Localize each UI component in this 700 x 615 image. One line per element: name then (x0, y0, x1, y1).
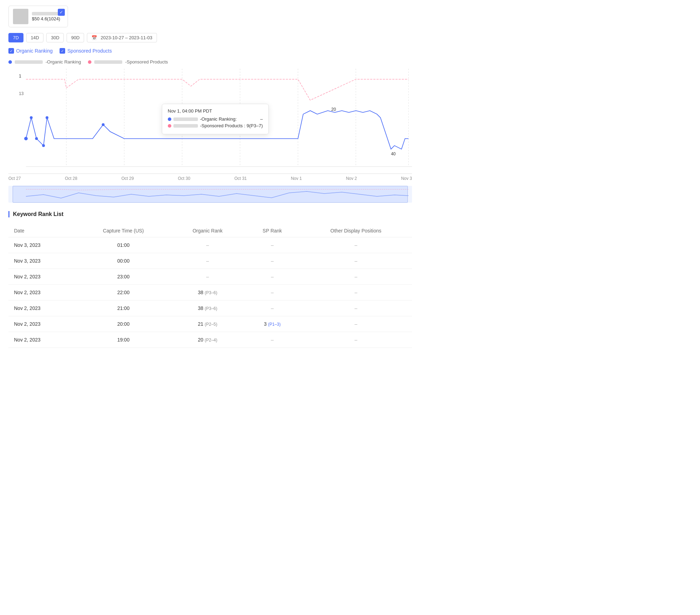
organic-label: Organic Ranking (16, 48, 53, 54)
sponsored-chart-label: -Sponsored Products (125, 59, 168, 65)
period-14d-button[interactable]: 14D (26, 33, 44, 42)
cell-sp: – (245, 285, 300, 300)
cell-date: Nov 2, 2023 (8, 269, 76, 285)
cell-other: – (300, 300, 412, 316)
svg-text:1: 1 (19, 74, 21, 79)
organic-ranking-filter[interactable]: ✓ Organic Ranking (8, 48, 53, 54)
x-axis: Oct 27 Oct 28 Oct 29 Oct 30 Oct 31 Nov 1… (8, 174, 412, 183)
cell-date: Nov 2, 2023 (8, 300, 76, 316)
product-selected-check: ✓ (58, 9, 65, 16)
organic-dot (8, 60, 12, 64)
svg-point-15 (46, 116, 48, 119)
table-row: Nov 2, 2023 21:00 38(P3–6) – – (8, 300, 412, 316)
cell-organic: – (170, 237, 245, 253)
sponsored-dot (88, 60, 91, 64)
col-other-display: Other Display Positions (300, 224, 412, 237)
cell-time: 22:00 (76, 285, 170, 300)
date-range-picker[interactable]: 📅 2023-10-27 – 2023-11-03 (87, 33, 157, 42)
tooltip-sponsored-label: -Sponsored Products : 9(P3–7) (200, 123, 263, 128)
svg-point-13 (35, 137, 38, 140)
cell-date: Nov 2, 2023 (8, 332, 76, 348)
period-7d-button[interactable]: 7D (8, 33, 23, 42)
table-row: Nov 3, 2023 01:00 – – – (8, 237, 412, 253)
cell-organic: 38(P3–6) (170, 285, 245, 300)
svg-text:13: 13 (19, 91, 24, 96)
x-label-5: Nov 1 (291, 176, 302, 181)
product-card[interactable]: $50 4.6(1024) ✓ (8, 6, 68, 27)
mini-chart[interactable] (8, 186, 412, 203)
tooltip-sponsored-name (173, 124, 198, 128)
table-row: Nov 2, 2023 23:00 – – – (8, 269, 412, 285)
table-row: Nov 2, 2023 20:00 21(P2–5) 3(P1–3) – (8, 316, 412, 332)
svg-text:40: 40 (391, 151, 396, 156)
chart-tooltip: Nov 1, 04:00 PM PDT -Organic Ranking: – … (162, 104, 269, 134)
sponsored-products-filter[interactable]: ✓ Sponsored Products (60, 48, 112, 54)
tooltip-sponsored-row: -Sponsored Products : 9(P3–7) (168, 123, 263, 128)
svg-point-11 (24, 137, 28, 140)
cell-sp: – (245, 253, 300, 269)
date-controls: 7D 14D 30D 90D 📅 2023-10-27 – 2023-11-03 (8, 33, 412, 42)
sponsored-name-blurred (94, 60, 122, 64)
tooltip-organic-label: -Organic Ranking: (200, 116, 237, 122)
cell-other: – (300, 316, 412, 332)
col-date: Date (8, 224, 76, 237)
cell-time: 20:00 (76, 316, 170, 332)
organic-name-blurred (15, 60, 43, 64)
col-organic-rank: Organic Rank (170, 224, 245, 237)
cell-other: – (300, 269, 412, 285)
tooltip-time: Nov 1, 04:00 PM PDT (168, 108, 263, 114)
cell-sp: – (245, 300, 300, 316)
col-sp-rank: SP Rank (245, 224, 300, 237)
tooltip-organic-dot (168, 117, 171, 121)
cell-sp: – (245, 269, 300, 285)
cell-other: – (300, 285, 412, 300)
cell-other: – (300, 332, 412, 348)
tooltip-organic-value: – (260, 116, 263, 122)
cell-organic: 20(P2–4) (170, 332, 245, 348)
cell-time: 21:00 (76, 300, 170, 316)
x-label-7: Nov 3 (401, 176, 412, 181)
table-row: Nov 2, 2023 19:00 20(P2–4) – – (8, 332, 412, 348)
cell-date: Nov 2, 2023 (8, 285, 76, 300)
svg-point-12 (30, 116, 33, 119)
filter-legend-row: ✓ Organic Ranking ✓ Sponsored Products (8, 48, 412, 54)
cell-sp: – (245, 332, 300, 348)
chart-legend: -Organic Ranking -Sponsored Products (8, 59, 412, 65)
cell-other: – (300, 253, 412, 269)
keyword-rank-section: Keyword Rank List Date Capture Time (US)… (8, 211, 412, 348)
sponsored-checkbox[interactable]: ✓ (60, 48, 65, 54)
keyword-rank-title: Keyword Rank List (8, 211, 412, 217)
x-label-3: Oct 30 (178, 176, 190, 181)
tooltip-organic-name (173, 117, 198, 121)
organic-checkbox[interactable]: ✓ (8, 48, 14, 54)
rank-table: Date Capture Time (US) Organic Rank SP R… (8, 224, 412, 348)
x-label-1: Oct 28 (65, 176, 77, 181)
ranking-chart[interactable]: 1 13 20 40 (8, 69, 412, 174)
cell-organic: 38(P3–6) (170, 300, 245, 316)
sponsored-label: Sponsored Products (67, 48, 112, 54)
cell-sp: – (245, 237, 300, 253)
product-thumbnail (13, 9, 28, 24)
period-30d-button[interactable]: 30D (46, 33, 64, 42)
col-capture-time: Capture Time (US) (76, 224, 170, 237)
cell-date: Nov 3, 2023 (8, 253, 76, 269)
cell-date: Nov 3, 2023 (8, 237, 76, 253)
tooltip-sponsored-dot (168, 124, 171, 128)
mini-chart-viewport[interactable] (13, 186, 408, 203)
date-range-display: 2023-10-27 – 2023-11-03 (101, 35, 152, 40)
period-90d-button[interactable]: 90D (67, 33, 84, 42)
cell-time: 23:00 (76, 269, 170, 285)
cell-other: – (300, 237, 412, 253)
table-row: Nov 3, 2023 00:00 – – – (8, 253, 412, 269)
svg-point-16 (102, 123, 104, 126)
cell-time: 19:00 (76, 332, 170, 348)
organic-chart-label: -Organic Ranking (46, 59, 81, 65)
cell-sp: 3(P1–3) (245, 316, 300, 332)
x-label-6: Nov 2 (346, 176, 357, 181)
svg-text:20: 20 (331, 107, 336, 112)
svg-point-14 (42, 144, 45, 147)
cell-time: 00:00 (76, 253, 170, 269)
x-label-0: Oct 27 (8, 176, 21, 181)
x-label-4: Oct 31 (234, 176, 247, 181)
x-label-2: Oct 29 (121, 176, 133, 181)
